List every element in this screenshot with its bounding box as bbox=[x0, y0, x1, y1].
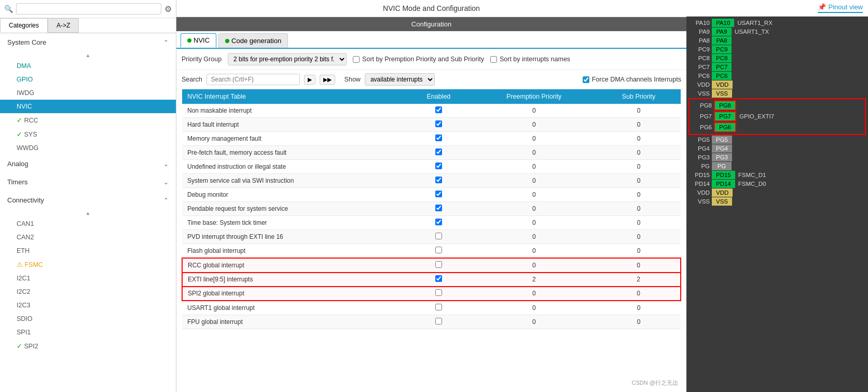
row-enabled[interactable] bbox=[406, 301, 471, 315]
pin-box[interactable]: VDD bbox=[712, 80, 733, 89]
pin-box[interactable]: VSS bbox=[712, 197, 732, 206]
enabled-checkbox[interactable] bbox=[435, 134, 442, 141]
row-enabled[interactable] bbox=[406, 174, 471, 188]
sidebar-item-dma[interactable]: DMA bbox=[0, 59, 176, 73]
pin-box[interactable]: PA9 bbox=[712, 28, 732, 36]
row-enabled[interactable] bbox=[406, 258, 471, 273]
row-enabled[interactable] bbox=[406, 244, 471, 259]
row-enabled[interactable] bbox=[406, 104, 471, 118]
row-preemption: 0 bbox=[471, 258, 597, 273]
pin-box[interactable]: PC8 bbox=[712, 54, 732, 62]
enabled-checkbox[interactable] bbox=[435, 261, 442, 268]
search-input[interactable] bbox=[206, 74, 300, 85]
pin-id: VDD bbox=[688, 82, 712, 88]
enabled-checkbox[interactable] bbox=[435, 106, 442, 113]
pin-box[interactable]: PG7 bbox=[714, 111, 736, 121]
pin-highlight-group: PG8 PG8 PG7 PG7 GPIO_EXTI7 PG6 PG6 bbox=[688, 98, 866, 135]
col-header-enabled: Enabled bbox=[406, 89, 471, 104]
sidebar-item-i2c1[interactable]: I2C1 bbox=[0, 272, 176, 285]
col-header-preemption: Preemption Priority bbox=[471, 89, 597, 104]
sidebar-item-rcc[interactable]: RCC bbox=[0, 113, 176, 127]
row-enabled[interactable] bbox=[406, 216, 471, 230]
row-sub: 0 bbox=[597, 202, 681, 216]
table-row: Pre-fetch fault, memory access fault 0 0 bbox=[182, 146, 681, 160]
pin-box[interactable]: PA8 bbox=[712, 36, 732, 45]
row-enabled[interactable] bbox=[406, 230, 471, 244]
tab-nvic[interactable]: NVIC bbox=[181, 33, 216, 48]
enabled-checkbox[interactable] bbox=[435, 289, 442, 296]
sidebar-item-can1[interactable]: CAN1 bbox=[0, 217, 176, 231]
pin-box[interactable]: PG bbox=[712, 162, 732, 170]
section-system-core-header[interactable]: System Core ⌃ bbox=[0, 33, 176, 51]
pin-box[interactable]: PD14 bbox=[712, 180, 735, 188]
tab-code-gen[interactable]: Code generation bbox=[218, 33, 288, 48]
priority-group-select[interactable]: 2 bits for pre-emption priority 2 bits f… bbox=[228, 53, 347, 65]
section-timers-header[interactable]: Timers ⌄ bbox=[0, 173, 176, 191]
enabled-checkbox[interactable] bbox=[435, 304, 442, 310]
sidebar-item-spi2[interactable]: SPI2 bbox=[0, 339, 176, 353]
sidebar-item-i2c2[interactable]: I2C2 bbox=[0, 285, 176, 299]
pin-box[interactable]: PG4 bbox=[712, 144, 732, 153]
pin-box[interactable]: PG8 bbox=[714, 100, 736, 111]
row-enabled[interactable] bbox=[406, 315, 471, 329]
row-enabled[interactable] bbox=[406, 202, 471, 216]
gear-icon[interactable]: ⚙ bbox=[164, 4, 172, 14]
section-analog-header[interactable]: Analog ⌄ bbox=[0, 155, 176, 173]
search-next-button[interactable]: ▶▶ bbox=[320, 75, 335, 85]
enabled-checkbox[interactable] bbox=[435, 177, 442, 183]
enabled-checkbox[interactable] bbox=[435, 219, 442, 225]
sidebar-item-eth[interactable]: ETH bbox=[0, 244, 176, 258]
search-prev-button[interactable]: ▶ bbox=[304, 75, 315, 85]
show-select[interactable]: available interrupts bbox=[365, 73, 435, 86]
sort-premption-checkbox[interactable] bbox=[353, 56, 360, 63]
pin-box[interactable]: PC7 bbox=[712, 63, 732, 71]
sidebar-item-can2[interactable]: CAN2 bbox=[0, 231, 176, 244]
enabled-checkbox[interactable] bbox=[435, 191, 442, 197]
section-connectivity-header[interactable]: Connectivity ⌃ bbox=[0, 191, 176, 209]
tab-az[interactable]: A->Z bbox=[48, 18, 79, 33]
row-preemption: 0 bbox=[471, 315, 597, 329]
pin-box[interactable]: PC6 bbox=[712, 72, 732, 80]
pin-id: PA9 bbox=[688, 29, 712, 35]
sidebar-item-fsmc[interactable]: FSMC bbox=[0, 258, 176, 272]
pin-box[interactable]: PA10 bbox=[712, 19, 734, 27]
row-enabled[interactable] bbox=[406, 287, 471, 301]
pin-box[interactable]: PD15 bbox=[712, 171, 735, 179]
sidebar-search-input[interactable] bbox=[16, 3, 161, 15]
force-dma-checkbox[interactable] bbox=[583, 76, 589, 83]
sidebar-item-nvic[interactable]: NVIC bbox=[0, 100, 176, 113]
sidebar-item-iwdg[interactable]: IWDG bbox=[0, 86, 176, 100]
sidebar-item-sys[interactable]: SYS bbox=[0, 127, 176, 141]
enabled-checkbox[interactable] bbox=[435, 148, 442, 155]
pin-box[interactable]: PC9 bbox=[712, 45, 732, 53]
row-enabled[interactable] bbox=[406, 146, 471, 160]
enabled-checkbox[interactable] bbox=[435, 233, 442, 239]
tab-categories[interactable]: Categories bbox=[0, 18, 48, 33]
pinout-view-button[interactable]: 📌 Pinout view bbox=[818, 3, 863, 13]
pin-box[interactable]: VSS bbox=[712, 89, 732, 98]
sidebar-item-gpio[interactable]: GPIO bbox=[0, 73, 176, 86]
enabled-checkbox[interactable] bbox=[435, 318, 442, 325]
enabled-checkbox[interactable] bbox=[435, 163, 442, 169]
enabled-checkbox[interactable] bbox=[435, 247, 442, 253]
row-enabled[interactable] bbox=[406, 132, 471, 146]
enabled-checkbox[interactable] bbox=[435, 120, 442, 127]
row-enabled[interactable] bbox=[406, 160, 471, 174]
row-enabled[interactable] bbox=[406, 273, 471, 287]
sidebar-tabs: Categories A->Z bbox=[0, 18, 176, 33]
sort-names-checkbox[interactable] bbox=[490, 56, 497, 63]
row-enabled[interactable] bbox=[406, 118, 471, 132]
sidebar-item-sdio[interactable]: SDIO bbox=[0, 312, 176, 326]
enabled-checkbox[interactable] bbox=[435, 205, 442, 211]
pin-row: PG7 PG7 GPIO_EXTI7 bbox=[691, 111, 864, 121]
row-sub: 0 bbox=[597, 244, 681, 259]
pin-box[interactable]: PG6 bbox=[714, 122, 736, 132]
pin-box[interactable]: PG3 bbox=[712, 153, 732, 161]
pin-box[interactable]: PG5 bbox=[712, 136, 732, 144]
sidebar-item-i2c3[interactable]: I2C3 bbox=[0, 299, 176, 312]
pin-box[interactable]: VDD bbox=[712, 188, 733, 197]
enabled-checkbox[interactable] bbox=[435, 275, 442, 282]
row-enabled[interactable] bbox=[406, 188, 471, 202]
sidebar-item-spi1[interactable]: SPI1 bbox=[0, 326, 176, 339]
sidebar-item-wwdg[interactable]: WWDG bbox=[0, 141, 176, 155]
